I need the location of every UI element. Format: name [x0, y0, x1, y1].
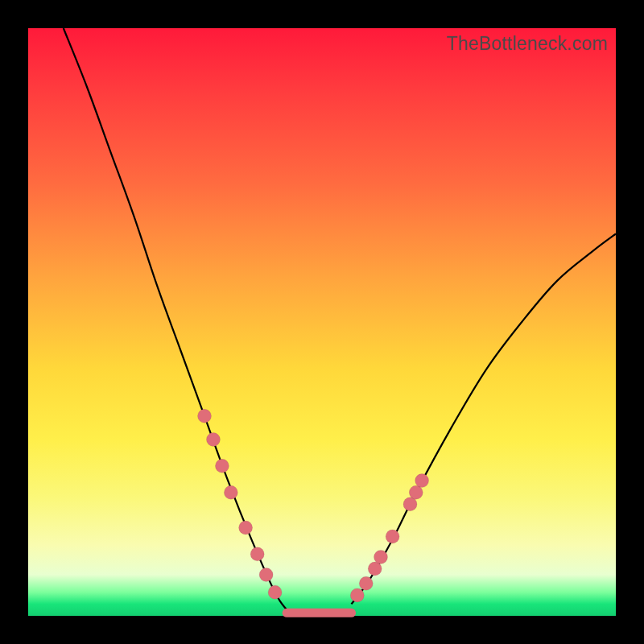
marker-dot	[386, 530, 399, 543]
marker-dot	[415, 474, 429, 488]
left-curve	[64, 28, 287, 610]
marker-dot	[224, 485, 237, 499]
marker-dot	[359, 576, 373, 590]
marker-dot	[350, 588, 364, 602]
marker-dot	[239, 521, 253, 535]
chart-svg	[28, 28, 616, 616]
right-curve	[352, 234, 617, 605]
marker-dot	[206, 433, 220, 447]
marker-dot	[268, 585, 282, 599]
marker-dot	[374, 551, 388, 564]
marker-dot	[259, 568, 273, 581]
marker-dot	[198, 409, 212, 423]
outer-frame: TheBottleneck.com	[0, 0, 644, 644]
marker-dot	[215, 459, 229, 473]
watermark-text: TheBottleneck.com	[447, 33, 608, 55]
marker-dot	[409, 485, 423, 499]
marker-dots	[198, 409, 429, 602]
marker-dot	[403, 497, 417, 511]
marker-dot	[250, 547, 264, 561]
marker-dot	[368, 562, 382, 576]
plot-area: TheBottleneck.com	[28, 28, 616, 616]
